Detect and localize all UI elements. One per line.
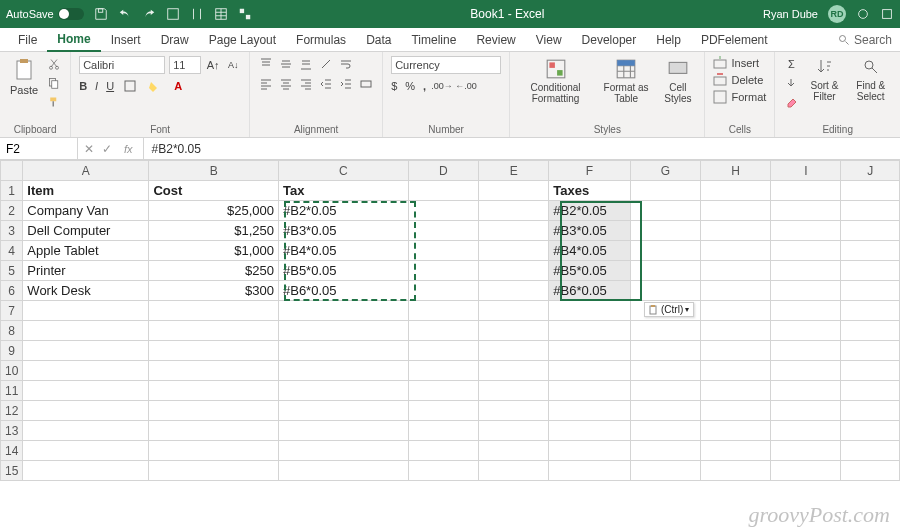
cell-f3[interactable]: #B3*0.05 — [549, 221, 630, 241]
delete-cells-button[interactable]: Delete — [713, 73, 763, 87]
sync-icon[interactable] — [856, 7, 870, 21]
cell-empty[interactable] — [549, 461, 630, 481]
cell-d4[interactable] — [408, 241, 478, 261]
cell-d2[interactable] — [408, 201, 478, 221]
italic-button[interactable]: I — [95, 80, 98, 92]
cell-empty[interactable] — [630, 381, 700, 401]
row-header-4[interactable]: 4 — [1, 241, 23, 261]
cut-button[interactable] — [46, 56, 62, 72]
cell-empty[interactable] — [23, 341, 149, 361]
ribbon-display-icon[interactable] — [880, 7, 894, 21]
cell-empty[interactable] — [278, 321, 408, 341]
decrease-indent-button[interactable] — [318, 76, 334, 92]
cell-empty[interactable] — [149, 441, 279, 461]
cell-b6[interactable]: $300 — [149, 281, 279, 301]
cell-empty[interactable] — [479, 401, 549, 421]
cell-empty[interactable] — [278, 421, 408, 441]
cell-empty[interactable] — [771, 381, 841, 401]
cell-e4[interactable] — [479, 241, 549, 261]
redo-icon[interactable] — [142, 7, 156, 21]
cell-empty[interactable] — [549, 441, 630, 461]
cell-empty[interactable] — [630, 321, 700, 341]
tab-page-layout[interactable]: Page Layout — [199, 29, 286, 51]
cell-g5[interactable] — [630, 261, 700, 281]
row-header-5[interactable]: 5 — [1, 261, 23, 281]
tab-home[interactable]: Home — [47, 28, 100, 52]
cell-empty[interactable] — [479, 301, 549, 321]
decrease-font-button[interactable]: A↓ — [225, 57, 241, 73]
cell-e1[interactable] — [479, 181, 549, 201]
cell-empty[interactable] — [23, 321, 149, 341]
column-header-d[interactable]: D — [408, 161, 478, 181]
autosave-toggle[interactable]: AutoSave — [6, 8, 84, 20]
cell-empty[interactable] — [278, 381, 408, 401]
cell-e2[interactable] — [479, 201, 549, 221]
cell-empty[interactable] — [700, 461, 770, 481]
align-center-button[interactable] — [278, 76, 294, 92]
cell-a2[interactable]: Company Van — [23, 201, 149, 221]
cell-i2[interactable] — [771, 201, 841, 221]
cell-c5[interactable]: #B5*0.05 — [278, 261, 408, 281]
cell-empty[interactable] — [549, 301, 630, 321]
borders-icon[interactable] — [166, 7, 180, 21]
cell-empty[interactable] — [278, 301, 408, 321]
cell-b2[interactable]: $25,000 — [149, 201, 279, 221]
tab-pdfelement[interactable]: PDFelement — [691, 29, 778, 51]
row-header-8[interactable]: 8 — [1, 321, 23, 341]
row-header-3[interactable]: 3 — [1, 221, 23, 241]
avatar[interactable]: RD — [828, 5, 846, 23]
cell-empty[interactable] — [549, 341, 630, 361]
cell-empty[interactable] — [408, 341, 478, 361]
cell-empty[interactable] — [23, 421, 149, 441]
row-header-2[interactable]: 2 — [1, 201, 23, 221]
cell-empty[interactable] — [408, 381, 478, 401]
cell-empty[interactable] — [841, 421, 900, 441]
cell-empty[interactable] — [771, 361, 841, 381]
column-header-j[interactable]: J — [841, 161, 900, 181]
underline-button[interactable]: U — [106, 80, 114, 92]
cell-empty[interactable] — [771, 461, 841, 481]
cell-empty[interactable] — [549, 381, 630, 401]
cell-empty[interactable] — [700, 361, 770, 381]
cancel-formula-button[interactable]: ✕ — [84, 142, 94, 156]
comma-button[interactable]: , — [423, 80, 426, 92]
cell-empty[interactable] — [841, 321, 900, 341]
cell-empty[interactable] — [23, 401, 149, 421]
row-header-6[interactable]: 6 — [1, 281, 23, 301]
cell-g6[interactable] — [630, 281, 700, 301]
cell-empty[interactable] — [479, 341, 549, 361]
cell-f1[interactable]: Taxes — [549, 181, 630, 201]
paste-options-button[interactable]: (Ctrl) ▾ — [644, 302, 694, 317]
column-header-h[interactable]: H — [700, 161, 770, 181]
tab-view[interactable]: View — [526, 29, 572, 51]
cell-empty[interactable] — [278, 401, 408, 421]
cell-empty[interactable] — [149, 401, 279, 421]
align-bottom-button[interactable] — [298, 56, 314, 72]
cell-j1[interactable] — [841, 181, 900, 201]
cell-a6[interactable]: Work Desk — [23, 281, 149, 301]
cell-empty[interactable] — [700, 341, 770, 361]
cell-empty[interactable] — [149, 381, 279, 401]
cell-g3[interactable] — [630, 221, 700, 241]
cell-d6[interactable] — [408, 281, 478, 301]
cell-d5[interactable] — [408, 261, 478, 281]
tab-developer[interactable]: Developer — [572, 29, 647, 51]
cell-empty[interactable] — [479, 441, 549, 461]
sort-filter-button[interactable]: Sort & Filter — [805, 56, 843, 104]
cell-empty[interactable] — [630, 441, 700, 461]
row-header-7[interactable]: 7 — [1, 301, 23, 321]
tab-insert[interactable]: Insert — [101, 29, 151, 51]
cell-i6[interactable] — [771, 281, 841, 301]
copy-button[interactable] — [46, 75, 62, 91]
cell-f2[interactable]: #B2*0.05 — [549, 201, 630, 221]
font-name-combo[interactable]: Calibri — [79, 56, 165, 74]
cell-empty[interactable] — [771, 421, 841, 441]
cell-empty[interactable] — [23, 441, 149, 461]
cell-h6[interactable] — [700, 281, 770, 301]
currency-button[interactable]: $ — [391, 80, 397, 92]
row-header-14[interactable]: 14 — [1, 441, 23, 461]
row-header-12[interactable]: 12 — [1, 401, 23, 421]
insert-cells-button[interactable]: Insert — [713, 56, 759, 70]
search-box[interactable]: Search — [838, 33, 892, 47]
cell-empty[interactable] — [700, 401, 770, 421]
